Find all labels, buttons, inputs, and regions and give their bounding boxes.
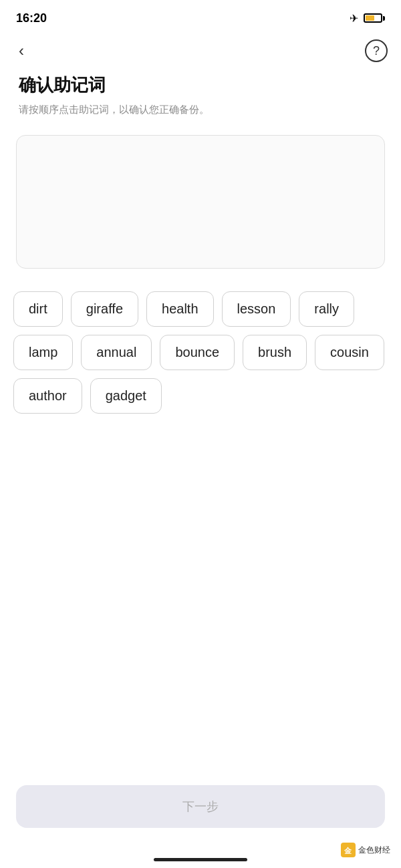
status-time: 16:20 (16, 11, 47, 25)
watermark-text: 金色财经 (358, 845, 390, 856)
help-button[interactable]: ? (365, 39, 388, 62)
word-pill-gadget[interactable]: gadget (90, 378, 162, 414)
status-bar: 16:20 ✈ (0, 0, 401, 33)
battery-fill (366, 15, 374, 21)
word-pill-annual[interactable]: annual (81, 335, 152, 370)
header: 确认助记词 请按顺序点击助记词，以确认您正确备份。 (0, 68, 401, 128)
words-container: dirtgiraffehealthlessonrallylampannualbo… (0, 285, 401, 420)
airplane-icon: ✈ (350, 12, 358, 25)
answer-area (16, 135, 385, 269)
word-pill-rally[interactable]: rally (299, 291, 354, 327)
word-pill-brush[interactable]: brush (243, 335, 307, 370)
battery-tip (383, 16, 385, 21)
word-pill-author[interactable]: author (13, 378, 82, 414)
next-button[interactable]: 下一步 (16, 785, 385, 828)
status-icons: ✈ (350, 12, 385, 25)
word-pill-health[interactable]: health (146, 291, 214, 327)
nav-bar: ‹ ? (0, 33, 401, 68)
word-pill-bounce[interactable]: bounce (160, 335, 235, 370)
watermark-icon: 金 (341, 843, 356, 857)
word-pill-giraffe[interactable]: giraffe (71, 291, 138, 327)
word-pill-lamp[interactable]: lamp (13, 335, 73, 370)
battery-body (364, 13, 382, 23)
back-button[interactable]: ‹ (13, 40, 29, 61)
page-subtitle: 请按顺序点击助记词，以确认您正确备份。 (19, 102, 382, 118)
bottom-area: 下一步 (16, 785, 385, 828)
battery-icon (364, 13, 385, 23)
page-title: 确认助记词 (19, 74, 382, 97)
svg-text:金: 金 (344, 847, 352, 855)
word-pill-dirt[interactable]: dirt (13, 291, 63, 327)
home-indicator (154, 858, 247, 861)
word-pill-cousin[interactable]: cousin (315, 335, 384, 370)
watermark: 金 金色财经 (341, 843, 390, 857)
word-pill-lesson[interactable]: lesson (222, 291, 291, 327)
